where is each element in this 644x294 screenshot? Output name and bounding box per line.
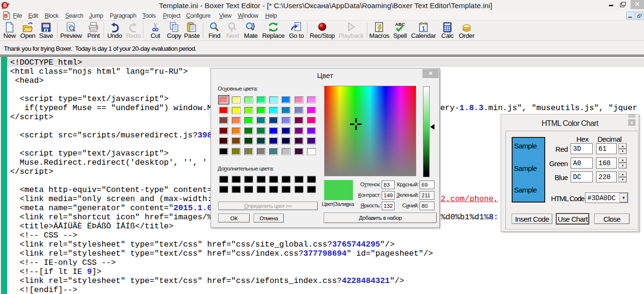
svg-text:B: B: [4, 13, 8, 19]
svg-text:1: 1: [422, 25, 425, 32]
svg-text:ABC: ABC: [395, 22, 405, 27]
svg-text:}: }: [252, 22, 255, 30]
svg-text:B: B: [3, 3, 7, 8]
